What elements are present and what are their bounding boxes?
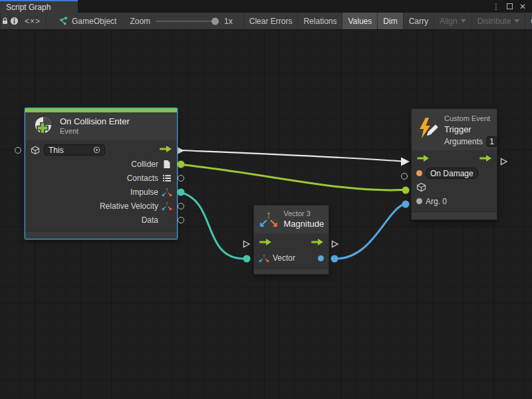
list-icon [162,174,172,182]
flow-in-arrow-icon[interactable] [259,238,272,248]
node-title: Magnitude [284,219,325,229]
node-custom-event-trigger[interactable]: Custom Event Trigger Arguments 1 [411,108,497,220]
node-magnitude[interactable]: ↑↙↘ Vector 3 Magnitude ↑↙↘ [253,205,329,275]
custom-event-arg0-in-port[interactable] [402,201,410,208]
chevron-down-icon [461,19,466,23]
wire-collider[interactable] [181,165,403,190]
collision-node-footer [25,231,177,239]
data-out-port[interactable] [178,217,184,223]
zoom-value: 1x [224,17,233,26]
tab-title: Script Graph [6,3,51,12]
distribute-button[interactable]: Distribute [472,13,526,29]
cube-icon [30,146,41,155]
window-menu-icon[interactable]: ⋮ [491,1,501,12]
distribute-label: Distribute [477,17,511,26]
collider-port-row[interactable]: Collider [25,157,177,171]
unity-script-graph-window: Script Graph ⋮ ✕ <×> [0,0,532,399]
collider-label: Collider [131,160,158,169]
flow-out-arrow-icon[interactable] [311,238,324,248]
window-maximize-icon[interactable] [504,1,515,12]
magnitude-node-body: ↑↙↘ Vector [254,233,329,268]
zoom-slider-knob[interactable] [211,17,219,25]
zoom-control: Zoom 1x [123,13,239,29]
target-dropdown[interactable]: This [44,144,105,156]
tab-bar: Script Graph ⋮ ✕ [0,0,532,13]
impulse-out-port[interactable] [178,189,185,196]
relations-button[interactable]: Relations [298,13,342,29]
object-picker-icon[interactable] [93,146,100,154]
magnitude-vector-in-port[interactable] [243,255,251,263]
custom-event-flow-out-triangle-icon[interactable] [499,157,508,166]
target-row[interactable] [412,180,497,194]
arg0-row[interactable]: Arg. 0 [412,194,497,208]
value-out-port[interactable] [318,255,324,261]
align-button[interactable]: Align [434,13,472,29]
contacts-port-row[interactable]: Contacts [25,171,177,185]
vector-input-row[interactable]: ↑↙↘ Vector [254,251,329,265]
code-preview-button[interactable]: <×> [19,13,47,29]
arg0-port[interactable] [416,198,422,204]
document-icon [162,160,172,169]
node-on-collision-enter[interactable]: On Collision Enter Event This [25,108,178,239]
node-type-label: Vector 3 [284,209,325,219]
magnitude-value-out-port[interactable] [331,255,338,263]
node-title: On Collision Enter [60,116,130,127]
carry-button[interactable]: Carry [404,13,434,29]
flow-out-arrow-icon[interactable] [159,145,172,155]
graph-canvas[interactable]: On Collision Enter Event This [0,30,532,399]
target-row: This [25,143,177,157]
contacts-label: Contacts [127,174,158,183]
window-close-icon[interactable]: ✕ [517,1,528,12]
contacts-out-port[interactable] [178,175,184,182]
flow-in-arrow-icon[interactable] [416,154,430,164]
impulse-label: Impulse [130,188,158,197]
wire-magnitude-value[interactable] [334,204,404,259]
tab-script-graph[interactable]: Script Graph [0,0,78,13]
lock-icon [1,17,9,25]
wire-flow[interactable] [181,150,402,162]
vector3-icon: ↑↙↘ [259,254,269,263]
magnitude-node-footer [254,268,329,274]
collision-target-in-port[interactable] [15,147,21,154]
custom-event-target-in-port[interactable] [402,187,410,194]
relative-velocity-port-row[interactable]: Relative Velocity ↑↙↘ [25,199,177,213]
custom-event-node-body: On Damage Arg. 0 [412,150,497,211]
node-subtitle: Event [60,127,130,136]
event-name-row: On Damage [412,166,497,180]
custom-event-node-titles: Custom Event Trigger Arguments 1 [444,114,497,147]
info-button[interactable] [10,13,19,29]
values-button[interactable]: Values [342,13,378,29]
custom-event-icon [416,117,439,141]
magnitude-node-titles: Vector 3 Magnitude [284,209,325,229]
magnitude-flow-in-triangle-icon[interactable] [241,239,251,249]
graph-pointer-label: GameObject [72,17,116,26]
collision-node-header: On Collision Enter Event [25,112,177,140]
event-name-field[interactable]: On Damage [426,168,478,179]
node-type-label: Custom Event [444,114,497,124]
relative-velocity-out-port[interactable] [178,203,184,209]
lock-button[interactable] [0,13,10,29]
flow-out-arrow-icon[interactable] [479,154,492,164]
dim-button[interactable]: Dim [378,13,403,29]
magnitude-flow-out-triangle-icon[interactable] [330,239,339,249]
impulse-port-row[interactable]: Impulse ↑↙↘ [25,185,177,199]
collision-node-body: This Collider Contacts [25,140,177,231]
graph-toolbar: <×> GameObject Zoom 1x Clear Errors Rela… [0,13,532,30]
overview-button[interactable]: Overv [525,13,532,29]
arguments-row: Arguments 1 [444,136,497,147]
clear-errors-button[interactable]: Clear Errors [243,13,299,29]
custom-event-name-in-port[interactable] [401,173,408,180]
wire-flow-arrowhead [401,158,410,166]
custom-event-node-footer [412,211,497,219]
zoom-slider[interactable] [156,21,219,22]
align-label: Align [440,17,458,26]
arguments-label: Arguments [444,137,483,147]
event-name-port[interactable] [416,170,422,176]
arguments-count-field[interactable]: 1 [486,136,497,147]
data-label: Data [142,215,158,225]
collider-out-port[interactable] [178,161,185,168]
node-title: Trigger [444,124,497,135]
graph-pointer[interactable]: GameObject [52,13,123,29]
data-port-row[interactable]: Data [25,213,177,227]
wire-impulse[interactable] [181,193,244,259]
